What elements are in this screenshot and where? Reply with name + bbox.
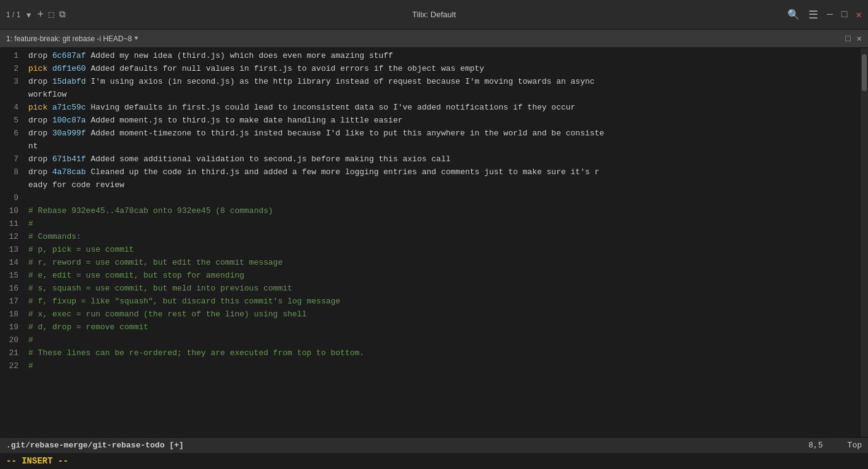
insert-mode-label: -- INSERT --	[6, 456, 68, 466]
title-bar-right: 🔍 ☰ ─ □ ✕	[787, 8, 862, 22]
code-line-14: # r, reword = use commit, but edit the c…	[28, 256, 861, 269]
code-line-18: # x, exec = run command (the rest of the…	[28, 308, 861, 321]
code-line-20: #	[28, 334, 861, 347]
session-bar: 1: feature-break: git rebase -i HEAD~8 ▼…	[0, 30, 868, 48]
code-line-5: drop 100c87a Added moment.js to third.js…	[28, 114, 861, 127]
window-close-icon[interactable]: ✕	[856, 9, 862, 21]
code-line-2: pick d6f1e60 Added defaults for null val…	[28, 62, 861, 75]
maximize-icon[interactable]: □	[842, 9, 848, 20]
code-line-12: # Commands:	[28, 230, 861, 243]
status-bar: .git/rebase-merge/git-rebase-todo [+] 8,…	[0, 437, 868, 453]
code-area[interactable]: drop 6c687af Added my new idea (third.js…	[23, 48, 861, 437]
status-position: 8,5	[808, 441, 822, 450]
code-line-1: drop 6c687af Added my new idea (third.js…	[28, 49, 861, 62]
session-dropdown-icon[interactable]: ▼	[134, 35, 138, 42]
scrollbar-thumb[interactable]	[862, 54, 867, 91]
mode-bar: -- INSERT --	[0, 453, 868, 469]
code-line-19: # d, drop = remove commit	[28, 321, 861, 334]
code-line-3b: workflow	[28, 88, 861, 101]
line-numbers: 1 2 3 4 5 6 7 8 9 10 11 12 13 14 15 16 1…	[0, 48, 23, 437]
code-line-7: drop 671b41f Added some additional valid…	[28, 153, 861, 166]
code-line-8: drop 4a78cab Cleaned up the code in thir…	[28, 166, 861, 178]
code-line-11: #	[28, 217, 861, 230]
split-icon[interactable]: ⧉	[59, 9, 66, 20]
code-line-10: # Rebase 932ee45..4a78cab onto 932ee45 (…	[28, 204, 861, 217]
code-line-3: drop 15dabfd I'm using axios (in second.…	[28, 75, 861, 88]
window-title: Tilix: Default	[412, 10, 456, 19]
code-line-6: drop 30a999f Added moment-timezone to th…	[28, 127, 861, 140]
code-line-22: #	[28, 359, 861, 372]
title-bar: 1 / 1 ▾ + ⬚ ⧉ Tilix: Default 🔍 ☰ ─ □ ✕	[0, 0, 868, 30]
add-tab-icon[interactable]: +	[37, 9, 44, 21]
session-restore-icon[interactable]: □	[845, 34, 850, 44]
terminal-area: 1 2 3 4 5 6 7 8 9 10 11 12 13 14 15 16 1…	[0, 48, 868, 437]
code-line-17: # f, fixup = like "squash", but discard …	[28, 295, 861, 308]
code-line-15: # e, edit = use commit, but stop for ame…	[28, 269, 861, 282]
session-label: 1: feature-break: git rebase -i HEAD~8	[6, 34, 132, 43]
vertical-scrollbar[interactable]	[861, 48, 868, 437]
tab-counter: 1 / 1	[6, 10, 20, 19]
title-bar-left: 1 / 1 ▾ + ⬚ ⧉	[6, 8, 787, 22]
detach-icon[interactable]: ⬚	[49, 9, 54, 20]
code-line-8b: eady for code review	[28, 178, 861, 191]
status-scroll: Top	[848, 441, 862, 450]
session-bar-right: □ ✕	[845, 33, 862, 44]
minimize-icon[interactable]: ─	[827, 9, 833, 20]
status-file: .git/rebase-merge/git-rebase-todo [+]	[6, 441, 184, 450]
search-icon[interactable]: 🔍	[787, 9, 800, 21]
dropdown-arrow-icon[interactable]: ▾	[25, 8, 32, 22]
code-line-13: # p, pick = use commit	[28, 243, 861, 256]
code-line-9	[28, 191, 861, 204]
code-line-16: # s, squash = use commit, but meld into …	[28, 282, 861, 295]
session-close-icon[interactable]: ✕	[857, 33, 862, 44]
code-line-21: # These lines can be re-ordered; they ar…	[28, 347, 861, 359]
code-line-4: pick a71c59c Having defaults in first.js…	[28, 101, 861, 114]
menu-icon[interactable]: ☰	[808, 8, 818, 22]
code-line-6b: nt	[28, 140, 861, 153]
